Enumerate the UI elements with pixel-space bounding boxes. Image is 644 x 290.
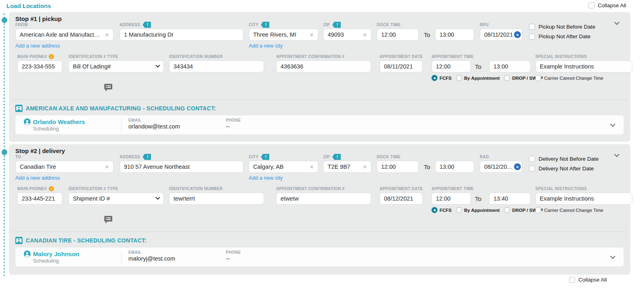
- fcfs-radio[interactable]: [431, 207, 438, 213]
- notes-icon[interactable]: [104, 84, 112, 93]
- alert-flag-icon: !: [261, 154, 269, 160]
- collapse-all-bottom: Collapse All: [569, 277, 607, 283]
- drop-swap-radio[interactable]: [504, 75, 510, 81]
- alert-flag-icon: !: [261, 22, 269, 28]
- special-instructions-input[interactable]: Example Instructions: [535, 193, 632, 205]
- contact-row[interactable]: Malory Johnson Scheduling EMAIL maloryj@…: [15, 247, 624, 267]
- carrier-cannot-change-checkbox[interactable]: [535, 75, 541, 81]
- special-instructions-input[interactable]: Example Instructions: [535, 60, 632, 72]
- fcfs-option[interactable]: FCFS: [431, 207, 452, 213]
- appointment-date-input[interactable]: 08/11/2021: [380, 60, 423, 72]
- email-label: EMAIL: [128, 250, 175, 255]
- rad-label: RAD: [480, 155, 489, 159]
- appointment-time-to-input[interactable]: 13:40: [489, 193, 530, 205]
- by-appointment-radio[interactable]: [456, 207, 462, 213]
- identification-number-input[interactable]: tewrterrt: [169, 193, 264, 205]
- zip-input[interactable]: 49093✕: [323, 29, 372, 41]
- pickup-not-before-option[interactable]: Pickup Not Before Date: [529, 24, 595, 30]
- notes-icon[interactable]: [104, 216, 112, 225]
- dock-time-from-input[interactable]: 12:00: [377, 161, 419, 173]
- fcfs-radio[interactable]: [431, 75, 438, 81]
- to-clear-icon[interactable]: ✕: [102, 164, 109, 170]
- zip-field: ZIP! T2E 9B7✕: [323, 154, 372, 173]
- by-appointment-radio[interactable]: [456, 75, 462, 81]
- identification-type-select[interactable]: Bill Of Lading#: [68, 60, 164, 72]
- appointment-time-to-input[interactable]: 13:00: [489, 60, 530, 72]
- add-new-address-link[interactable]: Add a new address: [15, 175, 60, 181]
- city-input[interactable]: Calgary, AB✕: [249, 161, 318, 173]
- to-input[interactable]: Canadian Tire✕: [15, 161, 114, 173]
- contact-row-chevron-icon[interactable]: [610, 254, 615, 259]
- from-input[interactable]: American Axle and Manufacturi...✕: [15, 29, 114, 41]
- appointment-confirmation-input[interactable]: 4363636: [276, 60, 371, 72]
- appointment-time-from-input[interactable]: 12:00: [431, 60, 471, 72]
- pickup-not-before-checkbox[interactable]: [529, 24, 535, 30]
- zip-label: ZIP: [323, 155, 330, 159]
- person-icon: [24, 118, 31, 125]
- collapse-all-top: Collapse All: [588, 2, 626, 8]
- dock-time-to-input[interactable]: 13:00: [435, 29, 474, 41]
- city-label: CITY: [249, 23, 258, 27]
- appointment-date-label: APPOINTMENT DATE: [380, 54, 423, 59]
- scheduling-contact-title: CANADIAN TIRE - SCHEDULING CONTACT:: [26, 237, 147, 244]
- stop-1-card: Stop #1 | pickup FROM American Axle and …: [9, 12, 630, 142]
- from-clear-icon[interactable]: ✕: [102, 32, 109, 38]
- pickup-not-after-checkbox[interactable]: [529, 33, 535, 39]
- add-new-city-link[interactable]: Add a new city: [249, 175, 283, 181]
- column-divider: [121, 118, 122, 132]
- dock-time-to-input[interactable]: 13:00: [435, 161, 474, 173]
- scheduling-contact-header: CANADIAN TIRE - SCHEDULING CONTACT:: [15, 237, 147, 244]
- contact-row[interactable]: Orlando Weathers Scheduling EMAIL orland…: [15, 115, 624, 135]
- add-new-city-link[interactable]: Add a new city: [249, 43, 283, 49]
- identification-number-input[interactable]: 343434: [169, 60, 264, 72]
- city-input[interactable]: Three Rivers, MI✕: [249, 29, 318, 41]
- address-input[interactable]: 1 Manufacturing Dr: [120, 29, 244, 41]
- rpu-date-clear-icon[interactable]: ✕: [514, 31, 521, 38]
- pickup-not-after-option[interactable]: Pickup Not After Date: [529, 33, 595, 39]
- delivery-not-before-checkbox[interactable]: [529, 156, 535, 162]
- contact-row-chevron-icon[interactable]: [610, 122, 615, 127]
- dock-time-from-input[interactable]: 12:00: [377, 29, 419, 41]
- zip-input[interactable]: T2E 9B7✕: [323, 161, 372, 173]
- by-appointment-option[interactable]: By Appointment: [456, 207, 500, 213]
- identification-type-select[interactable]: Shipment ID #: [68, 193, 164, 205]
- collapse-all-top-checkbox[interactable]: [588, 2, 594, 8]
- carrier-cannot-change-option[interactable]: Carrier Cannot Change Time: [535, 207, 603, 213]
- rpu-label: RPU: [480, 23, 489, 27]
- delivery-not-before-option[interactable]: Delivery Not Before Date: [529, 156, 599, 162]
- zip-field: ZIP! 49093✕: [323, 22, 372, 41]
- delivery-not-after-option[interactable]: Delivery Not After Date: [529, 166, 599, 172]
- stop-2-collapse-chevron-icon[interactable]: [615, 151, 619, 158]
- by-appointment-option[interactable]: By Appointment: [456, 75, 500, 81]
- identification-number-label: IDENTIFICATION NUMBER: [169, 54, 223, 59]
- carrier-cannot-change-checkbox[interactable]: [535, 207, 541, 213]
- add-new-address-link[interactable]: Add a new address: [15, 43, 60, 49]
- city-clear-icon[interactable]: ✕: [307, 32, 314, 38]
- carrier-cannot-change-option[interactable]: Carrier Cannot Change Time: [535, 75, 603, 81]
- stop-1-collapse-chevron-icon[interactable]: [615, 19, 619, 26]
- address-input[interactable]: 910 57 Avenue Northeast: [120, 161, 244, 173]
- drop-swap-radio[interactable]: [504, 207, 510, 213]
- load-locations-page: Load Locations Collapse All Stop #1 | pi…: [0, 0, 644, 290]
- identification-number-label: IDENTIFICATION NUMBER: [169, 186, 223, 191]
- rad-date-input[interactable]: 08/12/2021✕: [480, 161, 522, 173]
- city-clear-icon[interactable]: ✕: [307, 164, 314, 170]
- special-instructions-label: SPECIAL INSTRUCTIONS: [535, 186, 587, 191]
- zip-clear-icon[interactable]: ✕: [360, 32, 367, 38]
- appointment-confirmation-label: APPOINTMENT CONFIRMATION #: [276, 54, 345, 59]
- to-field: TO Canadian Tire✕: [15, 154, 114, 173]
- collapse-all-bottom-checkbox[interactable]: [569, 277, 575, 283]
- zip-clear-icon[interactable]: ✕: [360, 164, 367, 170]
- appointment-date-input[interactable]: 08/12/2021: [380, 193, 423, 205]
- contact-card-icon: [15, 237, 23, 244]
- delivery-not-after-checkbox[interactable]: [529, 166, 535, 172]
- appointment-time-from-input[interactable]: 12:00: [431, 193, 471, 205]
- appointment-confirmation-input[interactable]: etwetw: [276, 193, 371, 205]
- fcfs-option[interactable]: FCFS: [431, 75, 452, 81]
- rad-date-clear-icon[interactable]: ✕: [514, 164, 521, 170]
- main-phone-input[interactable]: 233-445-221: [17, 193, 62, 205]
- appointment-confirmation-label: APPOINTMENT CONFIRMATION #: [276, 186, 345, 191]
- rpu-date-input[interactable]: 08/11/2021✕: [480, 29, 522, 41]
- main-phone-input[interactable]: 223-334-555: [17, 60, 62, 72]
- appointment-time-label: APPOINTMENT TIME: [431, 186, 474, 191]
